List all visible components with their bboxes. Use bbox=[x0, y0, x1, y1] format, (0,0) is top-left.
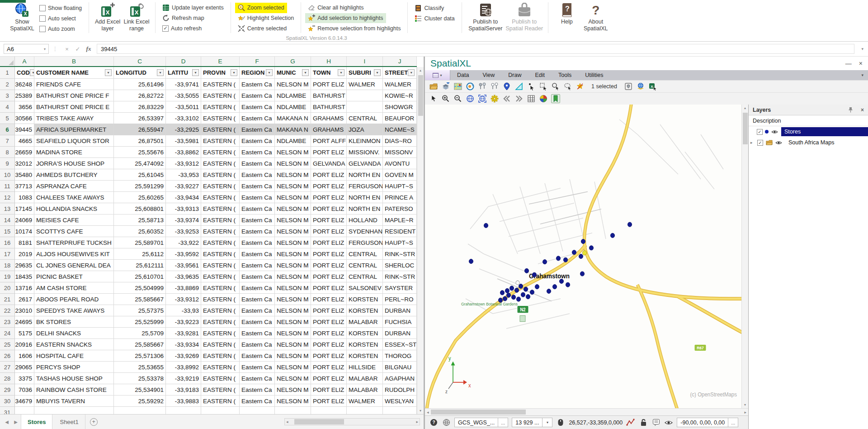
cell[interactable]: 25,612111 bbox=[114, 260, 166, 271]
select-box-icon[interactable] bbox=[539, 82, 548, 91]
cell[interactable]: GRAHAMS bbox=[311, 113, 347, 124]
cell[interactable]: SCOTTYS CAFE bbox=[34, 226, 114, 237]
cell[interactable]: EASTERN ( bbox=[201, 203, 240, 214]
cell[interactable]: ESSEX~ST bbox=[383, 339, 417, 350]
zoom-selected-button[interactable]: Zoom selected bbox=[235, 3, 287, 13]
cell[interactable] bbox=[166, 407, 201, 414]
cell[interactable]: BATHURST bbox=[311, 101, 347, 113]
cluster-data-button[interactable]: Cluster data bbox=[412, 13, 457, 24]
sheet-horizontal-scrollbar[interactable]: ◂ ▸ bbox=[284, 418, 420, 425]
cell[interactable]: 36248 bbox=[15, 79, 34, 90]
cell[interactable]: CENTRAL bbox=[347, 248, 383, 260]
tab-sheet1[interactable]: Sheet1 bbox=[53, 415, 85, 429]
cell[interactable]: 25,55676 bbox=[114, 147, 166, 158]
cell[interactable]: Eastern Ca bbox=[240, 294, 275, 305]
cell[interactable]: 25,525999 bbox=[114, 316, 166, 328]
row-header[interactable]: 21 bbox=[0, 294, 15, 305]
cell[interactable]: -33,9635 bbox=[166, 271, 201, 282]
orientation-field[interactable]: -90,00, 0,00, 0,00 bbox=[677, 418, 728, 427]
cell[interactable]: DELHI SNACKS bbox=[34, 328, 114, 339]
cell[interactable]: 25,571306 bbox=[114, 350, 166, 362]
cell[interactable]: MALABAR bbox=[347, 316, 383, 328]
cell[interactable]: RESIDENT bbox=[383, 226, 417, 237]
cell[interactable]: 2019 bbox=[15, 248, 34, 260]
cell[interactable]: KLEINMON bbox=[347, 135, 383, 147]
cell[interactable]: 25,585667 bbox=[114, 339, 166, 350]
cell[interactable]: SHATTERPRUFE TUCKSH bbox=[34, 237, 114, 248]
cell[interactable]: DIAS~RO bbox=[383, 135, 417, 147]
cell[interactable]: NELSON M bbox=[275, 237, 311, 248]
cell[interactable]: NELSON M bbox=[275, 158, 311, 169]
cell[interactable]: 25,59292 bbox=[114, 396, 166, 407]
link-excel-range-button[interactable]: X Link Excel range bbox=[122, 2, 151, 32]
cell[interactable]: 23010 bbox=[15, 305, 34, 316]
cell[interactable]: MALABAR bbox=[347, 384, 383, 396]
remove-selection-from-highlights-button[interactable]: Remove selection from highlights bbox=[305, 23, 403, 33]
store-point[interactable] bbox=[610, 233, 614, 238]
store-point[interactable] bbox=[559, 279, 563, 283]
layer-row-south-africa-maps[interactable]: ▸ South Africa Maps bbox=[749, 137, 868, 148]
cell[interactable]: PORT ELIZ bbox=[311, 339, 347, 350]
cell[interactable] bbox=[347, 101, 383, 113]
scroll-right-icon[interactable]: ▸ bbox=[415, 419, 420, 424]
cell[interactable]: -33,9219 bbox=[166, 373, 201, 384]
tab-stores[interactable]: Stores bbox=[21, 415, 52, 429]
filter-dropdown-icon[interactable]: ▾ bbox=[374, 69, 381, 76]
cell[interactable]: FERGUSON bbox=[347, 181, 383, 192]
cell[interactable]: -33,9312 bbox=[166, 294, 201, 305]
cell[interactable]: Eastern Ca bbox=[240, 203, 275, 214]
cell[interactable]: HOLLANDIA SNACKS bbox=[34, 203, 114, 214]
cell[interactable]: HAUPT~S bbox=[383, 237, 417, 248]
column-header-B[interactable]: B bbox=[34, 57, 114, 66]
cell[interactable]: RINK~STR bbox=[383, 248, 417, 260]
cell[interactable]: Eastern Ca bbox=[240, 90, 275, 101]
cell[interactable]: Eastern Ca bbox=[240, 79, 275, 90]
column-header-D[interactable]: D bbox=[166, 57, 201, 66]
store-point[interactable] bbox=[572, 250, 576, 255]
zoom-select-icon[interactable] bbox=[551, 82, 560, 91]
column-header-E[interactable]: E bbox=[201, 57, 240, 66]
cell[interactable]: KORSTEN bbox=[347, 339, 383, 350]
column-header-C[interactable]: C bbox=[114, 57, 166, 66]
filter-dropdown-icon[interactable]: ▾ bbox=[30, 69, 34, 76]
close-panel-button[interactable]: × bbox=[861, 107, 864, 113]
name-box-dropdown-icon[interactable]: ▾ bbox=[44, 47, 46, 51]
about-spatialxl-button[interactable]: ? About SpatialXL bbox=[581, 2, 610, 32]
filter-header-cell[interactable]: MUNIC▾ bbox=[275, 67, 311, 79]
menu-utilities[interactable]: Utilities bbox=[578, 72, 610, 78]
classify-button[interactable]: Classify bbox=[412, 3, 447, 13]
cell[interactable]: 25,61496 bbox=[114, 79, 166, 90]
store-point[interactable] bbox=[498, 298, 502, 302]
previous-view-icon[interactable] bbox=[502, 94, 511, 103]
column-header-F[interactable]: F bbox=[240, 57, 275, 66]
scrollbar-thumb[interactable] bbox=[418, 75, 423, 116]
cell[interactable]: EASTERN ( bbox=[201, 328, 240, 339]
cell[interactable]: PICNIC BASKET bbox=[34, 271, 114, 282]
highlighted-store-point[interactable] bbox=[582, 251, 586, 255]
cell[interactable]: HOSPITAL CAFE bbox=[34, 350, 114, 362]
store-point[interactable] bbox=[521, 292, 525, 297]
cell[interactable]: SHOWGR bbox=[383, 101, 417, 113]
store-point[interactable] bbox=[556, 256, 560, 261]
menu-draw[interactable]: Draw bbox=[501, 72, 528, 78]
row-header[interactable]: 22 bbox=[0, 305, 15, 316]
open-folder-icon[interactable] bbox=[429, 82, 438, 91]
cell[interactable]: CENTRAL bbox=[347, 113, 383, 124]
store-point[interactable] bbox=[627, 222, 632, 227]
cell[interactable]: -33,8862 bbox=[166, 147, 201, 158]
cell[interactable]: NORTH EN bbox=[347, 169, 383, 181]
view-selector-button[interactable]: ▾ bbox=[425, 70, 450, 80]
scale-dropdown-icon[interactable]: ▾ bbox=[542, 418, 552, 427]
cell[interactable]: 25,6112 bbox=[114, 248, 166, 260]
filter-dropdown-icon[interactable]: ▾ bbox=[105, 69, 112, 76]
cell[interactable]: PORT ALFF bbox=[311, 135, 347, 147]
cell[interactable]: NELSON M bbox=[275, 169, 311, 181]
cell[interactable]: 25,53655 bbox=[114, 362, 166, 373]
store-point[interactable] bbox=[500, 291, 504, 295]
cell[interactable]: DURBAN bbox=[383, 305, 417, 316]
cell[interactable]: BATHURST ONE PRICE F bbox=[34, 90, 114, 101]
row-header[interactable]: 25 bbox=[0, 339, 15, 350]
filter-dropdown-icon[interactable]: ▾ bbox=[192, 69, 199, 76]
store-point[interactable] bbox=[505, 288, 509, 293]
cell[interactable]: NELSON M bbox=[275, 294, 311, 305]
